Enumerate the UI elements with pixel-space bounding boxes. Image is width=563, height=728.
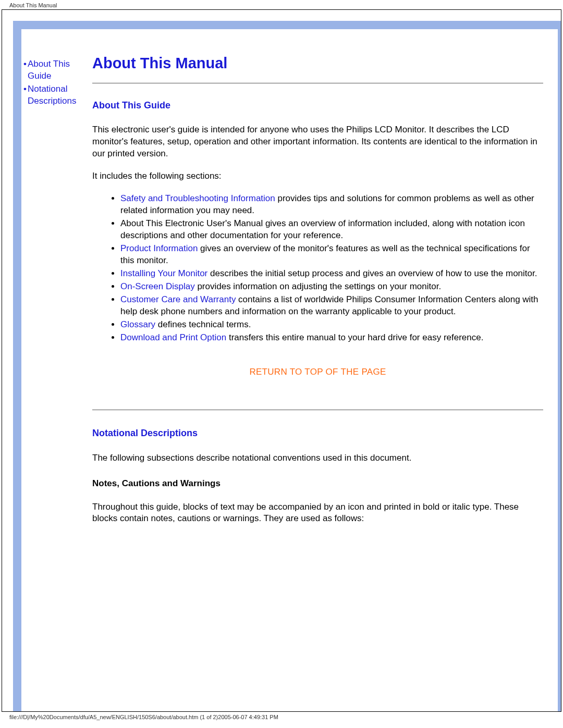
list-text: provides information on adjusting the se…	[195, 281, 442, 291]
return-to-top-link[interactable]: RETURN TO TOP OF THE PAGE	[249, 367, 386, 377]
link-installing-monitor[interactable]: Installing Your Monitor	[120, 268, 207, 278]
list-text: describes the initial setup process and …	[207, 268, 537, 278]
list-item: Product Information gives an overview of…	[120, 243, 543, 267]
link-glossary[interactable]: Glossary	[120, 319, 155, 329]
sidenav-item-about-guide[interactable]: •About This Guide	[23, 58, 88, 82]
sidenav-link[interactable]: About This Guide	[28, 59, 70, 81]
list-item: Customer Care and Warranty contains a li…	[120, 294, 543, 318]
list-item: About This Electronic User's Manual give…	[120, 218, 543, 242]
body-text: The following subsections describe notat…	[92, 452, 543, 464]
section-heading-about-guide: About This Guide	[92, 99, 543, 112]
list-text: transfers this entire manual to your har…	[226, 332, 483, 342]
body-text: This electronic user's guide is intended…	[92, 124, 543, 160]
link-download-print[interactable]: Download and Print Option	[120, 332, 226, 342]
link-product-information[interactable]: Product Information	[120, 243, 198, 253]
list-text: defines technical terms.	[155, 319, 251, 329]
body-text: Throughout this guide, blocks of text ma…	[92, 501, 543, 525]
page-frame: •About This Guide •Notational Descriptio…	[2, 9, 561, 712]
link-customer-care[interactable]: Customer Care and Warranty	[120, 294, 236, 304]
return-to-top: RETURN TO TOP OF THE PAGE	[92, 366, 543, 378]
sidenav-item-notational[interactable]: •Notational Descriptions	[23, 83, 88, 107]
divider	[92, 410, 543, 410]
bullet-icon: •	[23, 59, 28, 69]
list-item: Installing Your Monitor describes the in…	[120, 268, 543, 280]
divider	[92, 83, 543, 83]
link-onscreen-display[interactable]: On-Screen Display	[120, 281, 195, 291]
page-header-title: About This Manual	[0, 0, 563, 9]
footer-path: file:///D|/My%20Documents/dfu/A5_new/ENG…	[0, 713, 563, 723]
content-frame: •About This Guide •Notational Descriptio…	[13, 21, 561, 711]
link-safety-troubleshooting[interactable]: Safety and Troubleshooting Information	[120, 193, 275, 203]
page-title: About This Manual	[92, 53, 543, 73]
main-content: About This Manual About This Guide This …	[88, 29, 558, 535]
list-text: About This Electronic User's Manual give…	[120, 218, 525, 240]
list-item: Glossary defines technical terms.	[120, 319, 543, 331]
sidenav-link[interactable]: Notational Descriptions	[28, 84, 77, 106]
side-nav: •About This Guide •Notational Descriptio…	[21, 29, 88, 108]
section-heading-notational: Notational Descriptions	[92, 427, 543, 439]
bullet-icon: •	[23, 84, 28, 94]
body-text: It includes the following sections:	[92, 170, 543, 182]
list-item: Download and Print Option transfers this…	[120, 332, 543, 344]
list-item: On-Screen Display provides information o…	[120, 281, 543, 293]
list-item: Safety and Troubleshooting Information p…	[120, 193, 543, 217]
section-list: Safety and Troubleshooting Information p…	[92, 193, 543, 343]
subsection-heading-notes: Notes, Cautions and Warnings	[92, 478, 543, 490]
